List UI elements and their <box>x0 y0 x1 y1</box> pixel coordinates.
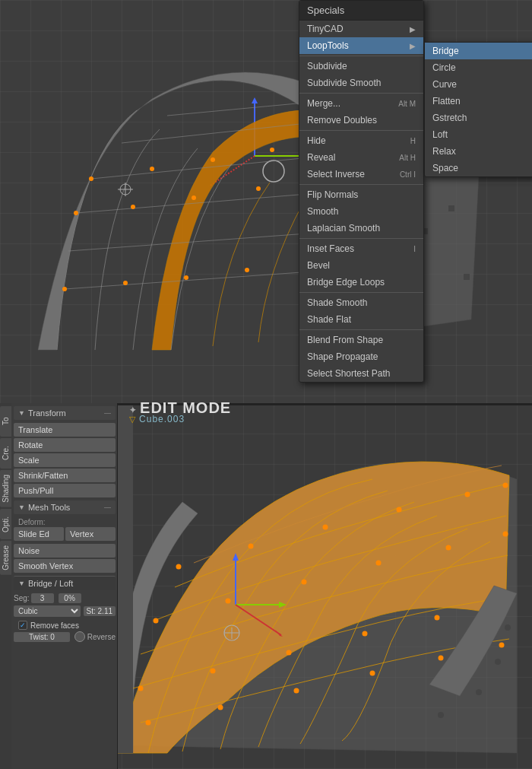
tinycad-arrow-icon: ▶ <box>410 25 416 33</box>
slide-edge-btn[interactable]: Slide Ed <box>14 527 64 541</box>
inset-shortcut: I <box>413 245 416 253</box>
menu-item-hide[interactable]: Hide H <box>299 132 423 149</box>
seg-pct[interactable]: 0% <box>59 593 81 603</box>
specials-menu[interactable]: Specials TinyCAD ▶ LoopTools ▶ Subdivide… <box>299 0 424 383</box>
shrink-fatten-btn[interactable]: Shrink/Fatten <box>14 469 116 482</box>
menu-item-inset-faces[interactable]: Inset Faces I <box>299 240 423 257</box>
submenu-item-bridge[interactable]: Bridge <box>425 43 532 59</box>
reverse-toggle[interactable] <box>74 631 85 642</box>
tab-grease[interactable]: Grease <box>0 541 11 575</box>
menu-item-blend-from-shape[interactable]: Blend From Shape <box>299 332 423 348</box>
smooth-vertex-btn[interactable]: Smooth Vertex <box>14 559 116 573</box>
vertex-btn[interactable]: Vertex <box>65 527 116 541</box>
menu-item-shade-flat[interactable]: Shade Flat <box>299 311 423 328</box>
bridge-loft-header[interactable]: ▼ Bridge / Loft <box>14 576 116 590</box>
looptools-arrow-icon: ▶ <box>410 42 416 50</box>
transform-triangle-icon: ▼ <box>18 409 25 417</box>
menu-item-laplacian-smooth[interactable]: Laplacian Smooth <box>299 220 423 237</box>
twist-row: Twist: 0 Reverse <box>14 631 116 642</box>
menu-sep-2 <box>299 93 423 94</box>
menu-item-smooth[interactable]: Smooth <box>299 203 423 220</box>
tab-cre[interactable]: Cre. <box>0 438 11 469</box>
menu-item-merge[interactable]: Merge... Alt M <box>299 95 423 112</box>
submenu-item-flatten[interactable]: Flatten <box>425 93 532 110</box>
remove-faces-checkbox[interactable]: ✓ <box>18 621 27 630</box>
submenu-item-space[interactable]: Space <box>425 160 532 176</box>
menu-item-select-inverse[interactable]: Select Inverse Ctrl I <box>299 166 423 183</box>
st-value[interactable]: St: 2.11 <box>84 606 116 616</box>
transform-header[interactable]: ▼ Transform — <box>14 406 116 420</box>
remove-faces-row: ✓ Remove faces <box>14 619 116 631</box>
submenu-item-curve[interactable]: Curve <box>425 76 532 93</box>
menu-item-select-shortest-path[interactable]: Select Shortest Path <box>299 365 423 382</box>
submenu-item-circle[interactable]: Circle <box>425 59 532 76</box>
submenu-item-loft[interactable]: Loft <box>425 126 532 143</box>
merge-shortcut: Alt M <box>398 100 416 108</box>
menu-sep-6 <box>299 292 423 293</box>
specials-title: Specials <box>299 1 423 21</box>
menu-item-remove-doubles[interactable]: Remove Doubles <box>299 112 423 129</box>
menu-sep-7 <box>299 329 423 330</box>
transform-options-icon: — <box>104 409 111 417</box>
select-inverse-shortcut: Ctrl I <box>400 170 416 179</box>
menu-item-reveal[interactable]: Reveal Alt H <box>299 149 423 166</box>
seg-label: Seg: <box>14 594 30 602</box>
bridge-loft-triangle-icon: ▼ <box>18 580 25 587</box>
seg-row: Seg: 3 0% <box>14 593 116 603</box>
menu-sep-5 <box>299 238 423 239</box>
hide-shortcut: H <box>410 137 416 145</box>
tab-opti[interactable]: Opti. <box>0 509 11 539</box>
push-pull-btn[interactable]: Push/Pull <box>14 484 116 497</box>
menu-sep-3 <box>299 130 423 131</box>
translate-btn[interactable]: Translate <box>14 423 116 437</box>
menu-item-tinycad[interactable]: TinyCAD ▶ <box>299 21 423 37</box>
scale-btn[interactable]: Scale <box>14 453 116 467</box>
seg-value[interactable]: 3 <box>31 593 54 603</box>
tab-shading[interactable]: Shading <box>0 470 11 507</box>
menu-item-bevel[interactable]: Bevel <box>299 257 423 274</box>
deform-row: Slide Ed Vertex <box>14 527 116 542</box>
looptools-submenu[interactable]: Bridge Circle Curve Flatten Gstretch Lof… <box>424 42 532 177</box>
menu-item-flip-normals[interactable]: Flip Normals <box>299 186 423 203</box>
mesh-tools-options-icon: — <box>104 504 111 511</box>
noise-btn[interactable]: Noise <box>14 544 116 558</box>
twist-value[interactable]: Twist: 0 <box>14 632 70 642</box>
remove-faces-label: Remove faces <box>30 621 79 630</box>
submenu-item-gstretch[interactable]: Gstretch <box>425 110 532 126</box>
menu-sep-1 <box>299 56 423 56</box>
menu-item-bridge-edge-loops[interactable]: Bridge Edge Loops <box>299 274 423 291</box>
reveal-shortcut: Alt H <box>399 154 416 162</box>
menu-sep-4 <box>299 184 423 185</box>
edit-mode-label: ✦ EDIT MODE ▽ Cube.003 <box>129 399 231 424</box>
submenu-item-relax[interactable]: Relax <box>425 143 532 160</box>
menu-item-looptools[interactable]: LoopTools ▶ <box>299 37 423 54</box>
left-panel: To Cre. Shading Opti. Grease ▼ Transform… <box>0 403 118 769</box>
interp-row: Cubic Linear St: 2.11 <box>14 605 116 617</box>
menu-item-shade-smooth[interactable]: Shade Smooth <box>299 294 423 311</box>
interp-select[interactable]: Cubic Linear <box>14 605 81 617</box>
deform-label: Deform: <box>14 517 116 527</box>
reverse-label: Reverse <box>87 633 116 641</box>
mesh-tools-header[interactable]: ▼ Mesh Tools — <box>14 500 116 514</box>
tab-to[interactable]: To <box>0 406 11 437</box>
menu-item-shape-propagate[interactable]: Shape Propagate <box>299 348 423 365</box>
menu-item-subdivide-smooth[interactable]: Subdivide Smooth <box>299 75 423 91</box>
mesh-tools-triangle-icon: ▼ <box>18 504 25 511</box>
rotate-btn[interactable]: Rotate <box>14 438 116 452</box>
menu-item-subdivide[interactable]: Subdivide <box>299 58 423 75</box>
